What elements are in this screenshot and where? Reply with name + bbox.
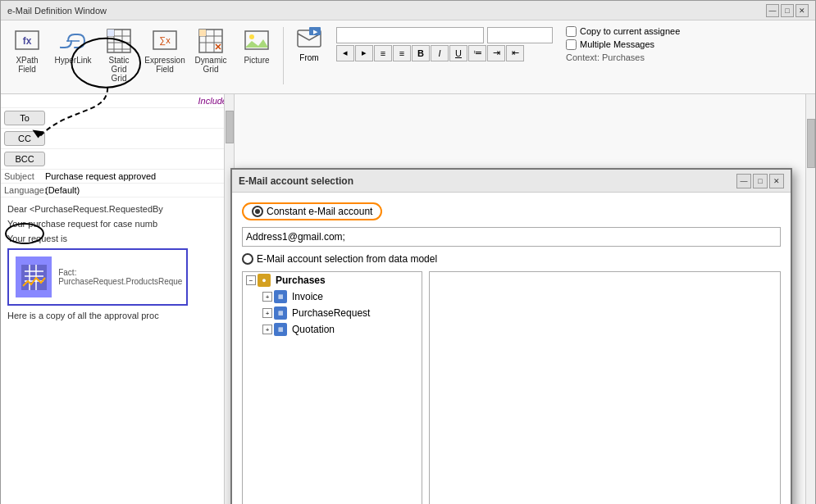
size-combo[interactable]: [487, 27, 553, 43]
language-label: Language:: [4, 185, 45, 195]
purchaserequest-icon: ▦: [274, 306, 287, 320]
static-grid-icon: [106, 28, 132, 54]
language-value: (Default): [45, 185, 80, 195]
bold-btn[interactable]: B: [412, 45, 430, 61]
dynamic-grid-btn[interactable]: Dynamic Grid: [189, 24, 232, 78]
dialog-split: − ● Purchases + ▦ Invoice +: [242, 271, 781, 504]
constant-email-label: Constant e-Mail account: [267, 206, 372, 217]
from-btn[interactable]: ▶ From: [289, 25, 330, 62]
tree-item-invoice[interactable]: + ▦ Invoice: [243, 288, 422, 305]
indent-btn[interactable]: ⇥: [487, 45, 505, 61]
email-input[interactable]: [242, 227, 781, 247]
copy-assignee-checkbox[interactable]: [566, 26, 577, 37]
cc-row: CC: [1, 129, 234, 149]
cc-input[interactable]: [48, 132, 234, 145]
copy-assignee-row[interactable]: Copy to current assignee: [566, 26, 680, 37]
dialog-minimize-btn[interactable]: —: [736, 174, 751, 188]
body-line-1: Dear <PurchaseRequest.RequestedBy: [7, 204, 227, 214]
italic-btn[interactable]: I: [431, 45, 449, 61]
bcc-input[interactable]: [48, 152, 234, 166]
invoice-expander[interactable]: +: [262, 292, 272, 302]
tree-item-purchaserequest[interactable]: + ▦ PurchaseRequest: [243, 305, 422, 321]
to-row: To: [1, 108, 234, 129]
svg-text:fx: fx: [23, 35, 32, 47]
fact-block: Fact: PurchaseRequest.ProductsReque: [7, 248, 188, 306]
xpath-field-btn[interactable]: fx XPath Field: [6, 24, 48, 78]
to-btn[interactable]: To: [4, 111, 45, 125]
to-input[interactable]: [48, 111, 234, 125]
font-combo[interactable]: [336, 27, 484, 43]
email-area: Include To CC BCC Subject Purchase reque…: [1, 94, 815, 504]
main-title: e-Mail Definition Window: [7, 6, 107, 16]
xpath-field-label: XPath: [16, 56, 38, 65]
constant-radio-circle: [252, 206, 263, 217]
svg-rect-23: [21, 265, 47, 290]
picture-icon: [244, 28, 270, 54]
svg-rect-9: [107, 30, 114, 36]
dialog-maximize-btn[interactable]: □: [753, 174, 768, 188]
include-label: Include: [1, 94, 234, 108]
dialog-close-btn[interactable]: ✕: [769, 174, 784, 188]
tree-root[interactable]: − ● Purchases: [243, 272, 422, 288]
xpath-field-label2: Field: [18, 65, 36, 74]
svg-text:∑x: ∑x: [159, 35, 171, 46]
minimize-btn[interactable]: —: [766, 4, 779, 17]
picture-btn[interactable]: Picture: [235, 24, 278, 69]
xpath-field-icon: fx: [14, 28, 40, 54]
dialog-content: Constant e-Mail account E-Mail account s…: [232, 193, 791, 504]
svg-point-19: [249, 34, 254, 39]
purchaserequest-expander[interactable]: +: [262, 308, 272, 318]
multiple-messages-row[interactable]: Multiple Messages: [566, 39, 680, 50]
hyperlink-btn[interactable]: HyperLink: [52, 24, 94, 69]
fact-icon: [16, 257, 52, 297]
align-justify-btn[interactable]: ≡: [393, 45, 411, 61]
main-scrollbar[interactable]: [805, 94, 815, 504]
from-icon: ▶: [296, 25, 322, 52]
expression-field-label2: Field: [156, 65, 174, 74]
align-right-btn[interactable]: ≡: [374, 45, 392, 61]
subject-label: Subject: [4, 171, 45, 181]
quotation-label: Quotation: [292, 324, 335, 335]
root-expander[interactable]: −: [246, 275, 256, 285]
tree-item-quotation[interactable]: + ▦ Quotation: [243, 321, 422, 338]
outdent-btn[interactable]: ⇤: [506, 45, 524, 61]
from-model-row: E-Mail account selection from data model: [242, 253, 781, 265]
invoice-icon: ▦: [274, 290, 287, 303]
expression-field-label: Expression: [144, 56, 185, 65]
subject-value: Purchase request approved: [45, 171, 230, 181]
underline-btn[interactable]: U: [449, 45, 467, 61]
bcc-btn[interactable]: BCC: [4, 152, 45, 166]
separator1: [283, 27, 284, 84]
email-account-dialog: E-Mail account selection — □ ✕ Constant …: [230, 168, 792, 504]
body-line-2: Your purchase request for case numb: [7, 219, 227, 229]
toolbar: fx XPath Field HyperLink: [1, 20, 815, 94]
subject-row: Subject Purchase request approved: [1, 170, 234, 184]
right-panel: [429, 271, 781, 504]
quotation-expander[interactable]: +: [262, 325, 272, 334]
static-grid-btn[interactable]: Static Grid Grid: [98, 24, 140, 87]
from-model-label: E-Mail account selection from data model: [257, 253, 437, 265]
from-model-radio-circle: [242, 253, 253, 265]
from-model-radio[interactable]: E-Mail account selection from data model: [242, 253, 437, 265]
fact-text: Fact: PurchaseRequest.ProductsReque: [58, 268, 186, 286]
constant-email-radio[interactable]: Constant e-Mail account: [252, 206, 372, 217]
root-label: Purchases: [276, 275, 326, 286]
root-folder-icon: ●: [258, 274, 271, 287]
cc-btn[interactable]: CC: [4, 131, 45, 146]
multiple-messages-label: Multiple Messages: [580, 39, 654, 49]
static-grid-label2: Grid: [112, 74, 127, 83]
context-row: Context: Purchases: [566, 52, 680, 62]
dynamic-grid-label: Dynamic: [195, 56, 227, 65]
list-btn[interactable]: ≔: [468, 45, 486, 61]
tree-panel: − ● Purchases + ▦ Invoice +: [242, 271, 422, 504]
maximize-btn[interactable]: □: [781, 4, 794, 17]
multiple-messages-checkbox[interactable]: [566, 39, 577, 50]
close-btn[interactable]: ✕: [795, 4, 809, 17]
static-grid-label: Static Grid: [100, 56, 138, 74]
expression-field-icon: ∑x: [152, 28, 178, 54]
align-center-btn[interactable]: ▸: [355, 45, 373, 61]
expression-field-btn[interactable]: ∑x Expression Field: [144, 24, 186, 78]
align-left-btn[interactable]: ◂: [336, 45, 354, 61]
bcc-row: BCC: [1, 149, 234, 170]
email-editor: Include To CC BCC Subject Purchase reque…: [1, 94, 235, 504]
